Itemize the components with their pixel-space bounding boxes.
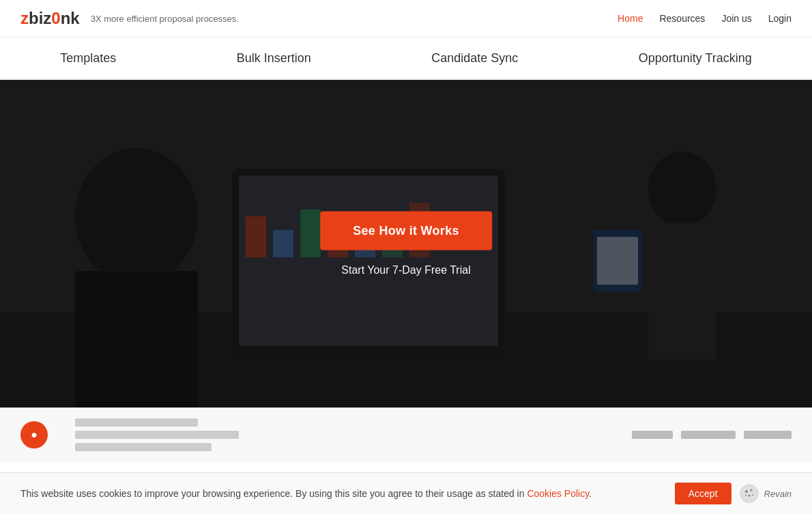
hero-content: See How it Works Start Your 7-Day Free T… <box>320 212 492 276</box>
feature-line-2 <box>75 431 239 439</box>
cookie-accept-button[interactable]: Accept <box>675 483 731 489</box>
feature-line-1 <box>75 418 198 427</box>
feature-link-3 <box>744 431 792 439</box>
site-header: zbiz0nk 3X more efficient proposal proce… <box>0 0 812 38</box>
logo-biz: biz <box>29 9 51 27</box>
feature-navbar: Templates Bulk Insertion Candidate Sync … <box>0 38 812 80</box>
free-trial-link[interactable]: Start Your 7-Day Free Trial <box>341 264 470 276</box>
feature-links <box>632 431 792 439</box>
cookie-message: This website uses cookies to improve you… <box>20 488 661 489</box>
header-left: zbiz0nk 3X more efficient proposal proce… <box>20 9 239 28</box>
main-nav: Home Resources Join us Login <box>618 13 792 24</box>
cookie-period: . <box>589 488 592 489</box>
logo[interactable]: zbiz0nk <box>20 9 80 28</box>
logo-accent: 0 <box>51 9 60 27</box>
nav-candidate-sync[interactable]: Candidate Sync <box>418 48 532 68</box>
logo-nk: nk <box>61 9 80 27</box>
nav-resources[interactable]: Resources <box>659 13 705 24</box>
nav-templates[interactable]: Templates <box>46 48 130 68</box>
nav-home[interactable]: Home <box>618 13 643 24</box>
nav-join-us[interactable]: Join us <box>721 13 751 24</box>
feature-text-1 <box>75 418 239 451</box>
svg-point-18 <box>740 485 758 489</box>
feature-link-2 <box>681 431 736 439</box>
revain-label: Revain <box>764 489 792 490</box>
bottom-partial: ● <box>0 408 812 462</box>
feature-line-3 <box>75 443 212 451</box>
see-how-it-works-button[interactable]: See How it Works <box>320 212 492 251</box>
cookies-policy-link[interactable]: Cookies Policy <box>527 488 589 489</box>
cookie-right-icons: Revain <box>740 484 792 489</box>
hero-section: See How it Works Start Your 7-Day Free T… <box>0 80 812 408</box>
feature-link-1 <box>632 431 673 439</box>
nav-login[interactable]: Login <box>768 13 792 24</box>
cookie-bar: This website uses cookies to improve you… <box>0 472 812 489</box>
logo-z: z <box>20 9 29 27</box>
nav-bulk-insertion[interactable]: Bulk Insertion <box>223 48 325 68</box>
nav-opportunity-tracking[interactable]: Opportunity Tracking <box>625 48 766 68</box>
cookie-text: This website uses cookies to improve you… <box>20 488 527 489</box>
feature-icon-1: ● <box>20 421 48 448</box>
cookie-icon <box>740 484 759 489</box>
tagline: 3X more efficient proposal processes. <box>91 14 239 24</box>
feature-icon-1-glyph: ● <box>31 429 38 441</box>
